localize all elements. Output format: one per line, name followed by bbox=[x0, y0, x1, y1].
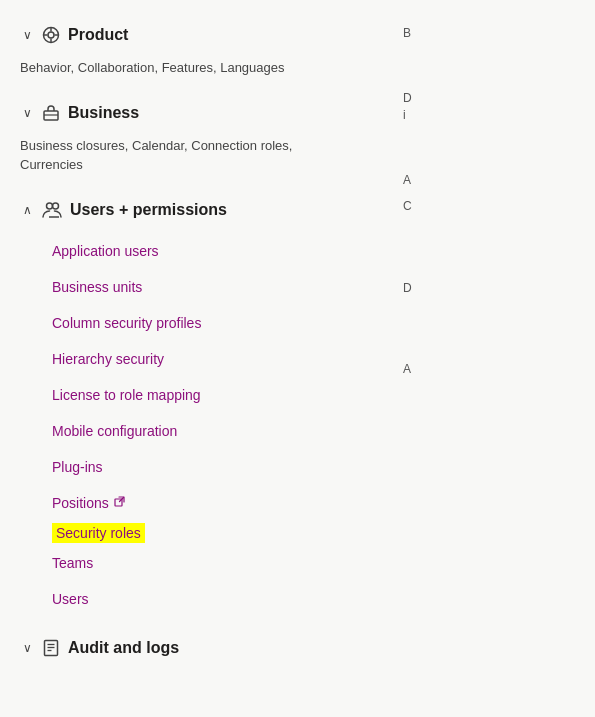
product-icon bbox=[42, 26, 60, 44]
main-layout: ∨ Product Behavior, Collaboration, Featu… bbox=[0, 0, 595, 687]
nav-item-hierarchy-security[interactable]: Hierarchy security bbox=[52, 344, 370, 374]
right-label-hierarchy: D bbox=[403, 276, 587, 302]
section-product: ∨ Product Behavior, Collaboration, Featu… bbox=[0, 16, 370, 90]
nav-item-positions[interactable]: Positions bbox=[52, 488, 141, 518]
section-header-product[interactable]: ∨ Product bbox=[0, 16, 370, 54]
section-header-business[interactable]: ∨ Business bbox=[0, 94, 370, 132]
svg-point-9 bbox=[53, 203, 59, 209]
section-title-product: Product bbox=[68, 26, 128, 44]
nav-item-license-role[interactable]: License to role mapping bbox=[52, 380, 370, 410]
section-title-business: Business bbox=[68, 104, 139, 122]
section-audit-logs: ∨ Audit and logs bbox=[0, 629, 370, 667]
right-group-users: AC D A bbox=[403, 168, 587, 383]
nav-item-plugins[interactable]: Plug-ins bbox=[52, 452, 370, 482]
nav-item-wrapper-security-roles: Security roles bbox=[52, 521, 370, 545]
chevron-product: ∨ bbox=[20, 28, 34, 42]
nav-item-wrapper-teams: Teams bbox=[52, 545, 370, 581]
section-title-users: Users + permissions bbox=[70, 201, 227, 219]
section-business: ∨ Business Business closures, Calendar, … bbox=[0, 94, 370, 187]
nav-item-wrapper-hierarchy-security: Hierarchy security bbox=[52, 341, 370, 377]
right-panel: B Di AC D A bbox=[395, 0, 595, 403]
chevron-audit: ∨ bbox=[20, 641, 34, 655]
section-subtitle-business: Business closures, Calendar, Connection … bbox=[0, 132, 370, 187]
users-icon bbox=[42, 201, 62, 219]
nav-item-wrapper-business-units: Business units bbox=[52, 269, 370, 305]
nav-item-security-roles[interactable]: Security roles bbox=[52, 523, 145, 543]
chevron-business: ∨ bbox=[20, 106, 34, 120]
right-label-product: B bbox=[403, 20, 587, 46]
nav-item-wrapper-plugins: Plug-ins bbox=[52, 449, 370, 485]
nav-item-mobile-config[interactable]: Mobile configuration bbox=[52, 416, 370, 446]
nav-item-wrapper-column-security: Column security profiles bbox=[52, 305, 370, 341]
nav-item-users[interactable]: Users bbox=[52, 584, 370, 614]
right-spacer2 bbox=[403, 248, 587, 276]
right-label-app-users: AC bbox=[403, 168, 587, 220]
positions-label: Positions bbox=[52, 495, 109, 511]
nav-item-wrapper-mobile-config: Mobile configuration bbox=[52, 413, 370, 449]
nav-item-business-units[interactable]: Business units bbox=[52, 272, 370, 302]
svg-point-8 bbox=[47, 203, 53, 209]
section-header-users[interactable]: ∧ Users + permissions bbox=[0, 191, 370, 229]
chevron-users: ∧ bbox=[20, 203, 34, 217]
section-header-audit[interactable]: ∨ Audit and logs bbox=[0, 629, 370, 667]
audit-icon bbox=[42, 639, 60, 657]
right-spacer4 bbox=[403, 329, 587, 357]
right-label-business: Di bbox=[403, 90, 587, 124]
right-label-plugins: A bbox=[403, 357, 587, 383]
external-link-icon bbox=[114, 496, 125, 509]
nav-item-wrapper-positions: Positions bbox=[52, 485, 370, 521]
right-spacer3 bbox=[403, 301, 587, 329]
nav-item-wrapper-application-users: Application users bbox=[52, 233, 370, 269]
nav-item-column-security[interactable]: Column security profiles bbox=[52, 308, 370, 338]
business-icon bbox=[42, 104, 60, 122]
section-users-permissions: ∧ Users + permissions Application users bbox=[0, 191, 370, 625]
nav-item-teams[interactable]: Teams bbox=[52, 548, 370, 578]
nav-item-application-users[interactable]: Application users bbox=[52, 236, 370, 266]
section-title-audit: Audit and logs bbox=[68, 639, 179, 657]
sidebar: ∨ Product Behavior, Collaboration, Featu… bbox=[0, 0, 370, 687]
section-items-users: Application users Business units Column … bbox=[0, 229, 370, 625]
right-spacer1 bbox=[403, 220, 587, 248]
svg-point-1 bbox=[48, 32, 54, 38]
section-subtitle-product: Behavior, Collaboration, Features, Langu… bbox=[0, 54, 370, 90]
nav-item-wrapper-users: Users bbox=[52, 581, 370, 617]
nav-item-wrapper-license-role: License to role mapping bbox=[52, 377, 370, 413]
